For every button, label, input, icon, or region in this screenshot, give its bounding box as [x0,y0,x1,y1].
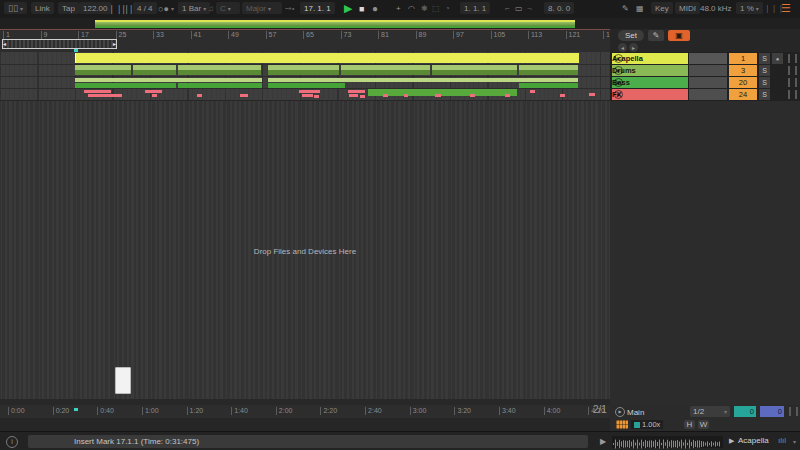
menu-hamburger-icon[interactable]: ☰ [781,2,791,15]
track-name-tab[interactable]: ▶Bass [612,77,688,88]
overdub-plus-icon[interactable]: + [396,2,401,15]
cue-level-field[interactable]: 0 [734,406,756,417]
clip-drums[interactable] [432,65,517,75]
clip-fx-red[interactable] [383,94,388,97]
midi-keyboard-icon[interactable] [616,420,628,429]
track-header-row[interactable]: ▶FX24S [610,89,800,100]
metronome-toggle[interactable]: ○●▾ [158,2,174,15]
track-solo-button[interactable]: S [759,77,770,88]
optimize-width-button[interactable]: W [698,420,709,429]
draw-mode-icon[interactable]: ✎ [622,2,629,15]
master-level-field[interactable]: 0 [760,406,784,417]
quantize-menu[interactable]: 1 Bar▾ [178,2,210,14]
loop-switch-icon[interactable]: ▭ [515,2,523,15]
preview-waveform[interactable] [612,436,723,448]
clip-fx-red[interactable] [530,90,535,93]
time-signature-field[interactable]: 4 / 4 [133,2,157,14]
tempo-field[interactable]: 122.00 [79,2,111,14]
clip-fx-red[interactable] [349,94,358,97]
clip-fx-green[interactable] [368,89,517,96]
track-header-row[interactable]: ▶Drums3S [610,65,800,76]
clip-fx-red[interactable] [348,90,365,93]
loop-left-handle[interactable]: ◂ [3,41,6,47]
locator-edit-icon[interactable]: ✎ [648,30,664,41]
follow-icon[interactable]: ➙• [285,2,295,15]
loop-clock-icon[interactable]: ◔ [445,2,450,15]
track-header-row[interactable]: ▶Acapella1S● [610,53,800,64]
back-to-arrangement-button[interactable]: ▣ [668,30,690,41]
track-name-tab[interactable]: ▶FX [612,89,688,100]
key-map-button[interactable]: Key [651,2,673,14]
clip-fx-red[interactable] [152,94,157,97]
track-mapping-number[interactable]: 3 [729,65,757,76]
clip-drums[interactable] [519,65,578,75]
clip-drums[interactable] [341,65,430,75]
clip-fx-red[interactable] [560,94,565,97]
clip-fx-red[interactable] [470,94,475,97]
tap-tempo-button[interactable]: Tap [58,2,79,14]
preview-track-play-icon[interactable]: ▶ [729,437,734,445]
clip-fx-red[interactable] [240,94,248,97]
clip-fx-red[interactable] [435,94,441,97]
time-ruler[interactable]: 0:000:200:401:001:201:402:002:202:403:00… [0,405,610,418]
clip-bass-bottom[interactable] [178,83,262,88]
track-solo-button[interactable]: S [759,89,770,100]
clip-bass-bottom[interactable] [268,83,345,88]
automation-arm-icon[interactable]: ✱ [421,2,428,15]
arrangement-loop-brace[interactable]: ◂ ▸ [2,39,117,49]
preview-play-icon[interactable]: ▶ [600,437,606,446]
computer-midi-keyboard-icon[interactable]: ▦ [636,2,644,15]
loop-start-field[interactable]: 1. 1. 1 [460,2,490,14]
track-solo-button[interactable]: S [759,53,770,64]
set-locator-button[interactable]: Set [618,30,644,41]
clip-bass-bottom[interactable] [75,83,176,88]
track-mapping-number[interactable]: 20 [729,77,757,88]
drop-zone[interactable]: Drop Files and Devices Here [0,101,610,399]
preview-meter-icon[interactable]: ılıl [778,436,786,445]
loop-right-handle[interactable]: ▸ [113,41,116,47]
info-icon[interactable]: i [6,436,18,448]
scale-name-menu[interactable]: Major▾ [242,2,282,14]
punch-out-icon[interactable]: ¬ [527,2,532,15]
clip-fx-red[interactable] [88,94,122,97]
track-name-tab[interactable]: ▶Drums [612,65,688,76]
scale-root-menu[interactable]: C▾ [216,2,240,14]
clip-drums[interactable] [133,65,176,75]
record-button[interactable]: ● [372,2,378,15]
track-mapping-number[interactable]: 24 [729,89,757,100]
preview-caret-icon[interactable]: ▾ [793,438,796,445]
clip-acapella[interactable] [75,53,579,63]
link-button[interactable]: Link [31,2,54,14]
clip-fx-red[interactable] [197,94,202,97]
clip-fx-red[interactable] [360,95,365,98]
prev-locator-button[interactable]: ◂ [618,43,627,52]
track-device-slot[interactable] [689,65,727,76]
clip-fx-red[interactable] [404,94,408,97]
track-mapping-number[interactable]: 1 [729,53,757,64]
clip-fx-red[interactable] [145,90,162,93]
optimize-height-button[interactable]: H [684,420,695,429]
capture-midi-icon[interactable]: ◠ [408,2,415,15]
clip-bass-top[interactable] [268,78,578,82]
draw-box-icon[interactable]: ⬚ [432,2,440,15]
track-arm-button[interactable]: ● [772,53,783,64]
main-grid-menu[interactable]: 1/2▾ [690,406,730,417]
next-locator-button[interactable]: ▸ [629,43,638,52]
stop-button[interactable]: ■ [359,2,364,15]
layout-selector[interactable]: ▯▯▾ [4,2,27,14]
track-name-tab[interactable]: ▶Acapella [612,53,688,64]
loop-length-field[interactable]: 8. 0. 0 [544,2,574,14]
clip-fx-red[interactable] [302,94,313,97]
midi-map-button[interactable]: MIDI [675,2,700,14]
main-track-header[interactable]: ▶ Main 1/2▾ 0 0 [610,405,800,418]
arrangement-position-field[interactable]: 17. 1. 1 [300,2,335,14]
track-solo-button[interactable]: S [759,65,770,76]
cpu-load-menu[interactable]: 1 %▾ [736,2,763,14]
track-device-slot[interactable] [689,89,727,100]
clip-fx-red[interactable] [299,90,320,93]
clip-fx-red[interactable] [314,95,319,98]
clip-fx-red[interactable] [589,93,595,96]
track-device-slot[interactable] [689,53,727,64]
clip-drums[interactable] [268,65,339,75]
track-device-slot[interactable] [689,77,727,88]
